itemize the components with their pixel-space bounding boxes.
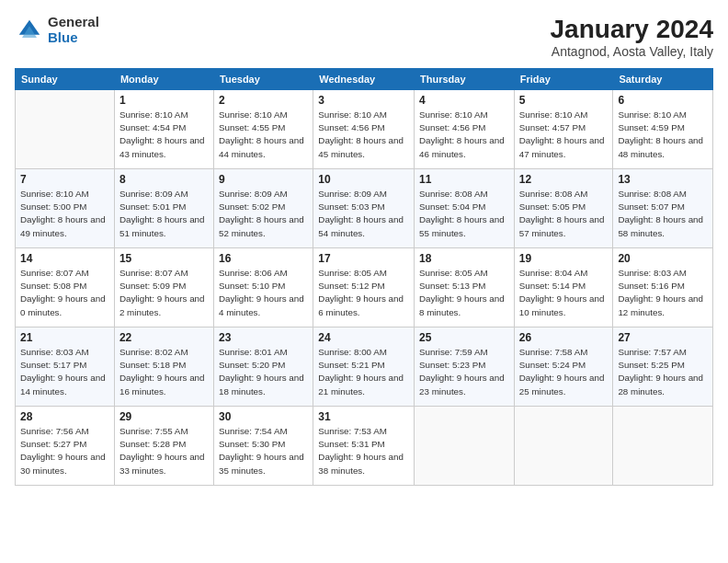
table-row: 21Sunrise: 8:03 AM Sunset: 5:17 PM Dayli… [16,327,115,407]
location-subtitle: Antagnod, Aosta Valley, Italy [551,44,713,59]
day-info: Sunrise: 7:57 AM Sunset: 5:25 PM Dayligh… [618,346,708,398]
day-info: Sunrise: 8:05 AM Sunset: 5:12 PM Dayligh… [318,267,409,319]
header-wednesday: Wednesday [313,69,415,90]
table-row: 12Sunrise: 8:08 AM Sunset: 5:05 PM Dayli… [514,169,613,248]
day-info: Sunrise: 8:08 AM Sunset: 5:04 PM Dayligh… [419,188,509,240]
day-number: 13 [618,173,708,186]
day-number: 22 [119,331,209,344]
table-row: 6Sunrise: 8:10 AM Sunset: 4:59 PM Daylig… [613,90,713,169]
table-row: 13Sunrise: 8:08 AM Sunset: 5:07 PM Dayli… [613,169,713,248]
day-info: Sunrise: 8:07 AM Sunset: 5:09 PM Dayligh… [119,267,209,319]
day-info: Sunrise: 8:03 AM Sunset: 5:17 PM Dayligh… [20,346,109,398]
day-info: Sunrise: 8:10 AM Sunset: 4:56 PM Dayligh… [318,109,409,161]
day-number: 23 [219,331,308,344]
day-number: 17 [318,252,409,265]
day-info: Sunrise: 7:56 AM Sunset: 5:27 PM Dayligh… [20,425,109,477]
day-number: 18 [419,252,509,265]
day-number: 3 [318,94,409,107]
day-info: Sunrise: 7:59 AM Sunset: 5:23 PM Dayligh… [419,346,509,398]
day-number: 5 [519,94,609,107]
day-number: 16 [219,252,308,265]
table-row: 19Sunrise: 8:04 AM Sunset: 5:14 PM Dayli… [514,248,613,327]
logo-text: General Blue [48,15,99,45]
table-row: 2Sunrise: 8:10 AM Sunset: 4:55 PM Daylig… [214,90,313,169]
day-info: Sunrise: 8:03 AM Sunset: 5:16 PM Dayligh… [618,267,708,319]
table-row: 7Sunrise: 8:10 AM Sunset: 5:00 PM Daylig… [16,169,115,248]
table-row: 15Sunrise: 8:07 AM Sunset: 5:09 PM Dayli… [114,248,213,327]
logo: General Blue [15,15,99,45]
day-number: 10 [318,173,409,186]
day-number: 9 [219,173,308,186]
table-row: 20Sunrise: 8:03 AM Sunset: 5:16 PM Dayli… [613,248,713,327]
title-area: January 2024 Antagnod, Aosta Valley, Ita… [551,15,713,59]
table-row [514,407,613,486]
table-row: 5Sunrise: 8:10 AM Sunset: 4:57 PM Daylig… [514,90,613,169]
day-number: 20 [618,252,708,265]
calendar-header-row: Sunday Monday Tuesday Wednesday Thursday… [16,69,713,90]
day-info: Sunrise: 8:10 AM Sunset: 5:00 PM Dayligh… [20,188,109,240]
header-sunday: Sunday [16,69,115,90]
logo-blue: Blue [48,30,99,46]
day-number: 12 [519,173,609,186]
day-info: Sunrise: 7:53 AM Sunset: 5:31 PM Dayligh… [318,425,409,477]
table-row: 14Sunrise: 8:07 AM Sunset: 5:08 PM Dayli… [16,248,115,327]
day-number: 30 [219,410,308,423]
table-row: 27Sunrise: 7:57 AM Sunset: 5:25 PM Dayli… [613,327,713,407]
day-info: Sunrise: 7:58 AM Sunset: 5:24 PM Dayligh… [519,346,609,398]
table-row: 1Sunrise: 8:10 AM Sunset: 4:54 PM Daylig… [114,90,213,169]
header-friday: Friday [514,69,613,90]
day-info: Sunrise: 7:54 AM Sunset: 5:30 PM Dayligh… [219,425,308,477]
calendar-week-row: 28Sunrise: 7:56 AM Sunset: 5:27 PM Dayli… [16,407,713,486]
day-info: Sunrise: 8:09 AM Sunset: 5:02 PM Dayligh… [219,188,308,240]
table-row: 28Sunrise: 7:56 AM Sunset: 5:27 PM Dayli… [16,407,115,486]
day-number: 28 [20,410,109,423]
table-row: 16Sunrise: 8:06 AM Sunset: 5:10 PM Dayli… [214,248,313,327]
calendar-week-row: 21Sunrise: 8:03 AM Sunset: 5:17 PM Dayli… [16,327,713,407]
day-info: Sunrise: 8:10 AM Sunset: 4:56 PM Dayligh… [419,109,509,161]
table-row: 10Sunrise: 8:09 AM Sunset: 5:03 PM Dayli… [313,169,415,248]
day-number: 29 [119,410,209,423]
table-row: 4Sunrise: 8:10 AM Sunset: 4:56 PM Daylig… [415,90,515,169]
page-container: General Blue January 2024 Antagnod, Aost… [0,0,728,563]
day-number: 21 [20,331,109,344]
table-row [415,407,515,486]
day-info: Sunrise: 8:05 AM Sunset: 5:13 PM Dayligh… [419,267,509,319]
day-number: 1 [119,94,209,107]
day-number: 25 [419,331,509,344]
day-info: Sunrise: 8:08 AM Sunset: 5:05 PM Dayligh… [519,188,609,240]
table-row: 25Sunrise: 7:59 AM Sunset: 5:23 PM Dayli… [415,327,515,407]
table-row: 17Sunrise: 8:05 AM Sunset: 5:12 PM Dayli… [313,248,415,327]
day-number: 8 [119,173,209,186]
day-info: Sunrise: 8:10 AM Sunset: 4:59 PM Dayligh… [618,109,708,161]
table-row: 30Sunrise: 7:54 AM Sunset: 5:30 PM Dayli… [214,407,313,486]
day-info: Sunrise: 8:10 AM Sunset: 4:57 PM Dayligh… [519,109,609,161]
day-number: 19 [519,252,609,265]
calendar-table: Sunday Monday Tuesday Wednesday Thursday… [15,68,713,486]
table-row: 3Sunrise: 8:10 AM Sunset: 4:56 PM Daylig… [313,90,415,169]
logo-general: General [48,15,99,30]
day-number: 2 [219,94,308,107]
day-info: Sunrise: 8:06 AM Sunset: 5:10 PM Dayligh… [219,267,308,319]
day-info: Sunrise: 7:55 AM Sunset: 5:28 PM Dayligh… [119,425,209,477]
day-number: 6 [618,94,708,107]
header-thursday: Thursday [415,69,515,90]
logo-icon [15,16,44,45]
day-number: 14 [20,252,109,265]
table-row: 9Sunrise: 8:09 AM Sunset: 5:02 PM Daylig… [214,169,313,248]
day-info: Sunrise: 8:10 AM Sunset: 4:54 PM Dayligh… [119,109,209,161]
header: General Blue January 2024 Antagnod, Aost… [15,15,713,59]
table-row: 29Sunrise: 7:55 AM Sunset: 5:28 PM Dayli… [114,407,213,486]
calendar-week-row: 14Sunrise: 8:07 AM Sunset: 5:08 PM Dayli… [16,248,713,327]
table-row: 22Sunrise: 8:02 AM Sunset: 5:18 PM Dayli… [114,327,213,407]
table-row: 18Sunrise: 8:05 AM Sunset: 5:13 PM Dayli… [415,248,515,327]
day-info: Sunrise: 8:00 AM Sunset: 5:21 PM Dayligh… [318,346,409,398]
day-info: Sunrise: 8:10 AM Sunset: 4:55 PM Dayligh… [219,109,308,161]
month-title: January 2024 [551,15,713,44]
day-number: 24 [318,331,409,344]
calendar-week-row: 7Sunrise: 8:10 AM Sunset: 5:00 PM Daylig… [16,169,713,248]
table-row: 24Sunrise: 8:00 AM Sunset: 5:21 PM Dayli… [313,327,415,407]
day-info: Sunrise: 8:07 AM Sunset: 5:08 PM Dayligh… [20,267,109,319]
header-monday: Monday [114,69,213,90]
table-row [16,90,115,169]
day-info: Sunrise: 8:09 AM Sunset: 5:01 PM Dayligh… [119,188,209,240]
